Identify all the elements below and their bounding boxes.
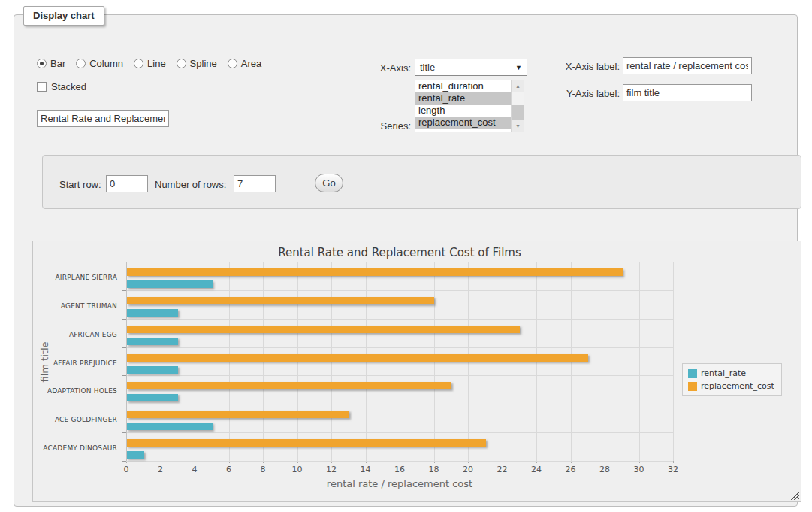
- legend-label: replacement_cost: [701, 381, 774, 391]
- radio-icon[interactable]: [37, 59, 47, 68]
- x-tick-label: 10: [282, 465, 312, 474]
- series-scrollbar[interactable]: ▲ ▼: [511, 80, 524, 132]
- legend-swatch: [688, 369, 697, 378]
- radio-label: Column: [89, 58, 123, 69]
- chart-y-axis-title: film title: [39, 329, 50, 396]
- scroll-down-icon[interactable]: ▼: [512, 120, 524, 132]
- category-label: ACADEMY DINOSAUR: [33, 444, 117, 452]
- gridline-h: [126, 347, 673, 348]
- chart-x-axis-title: rental rate / replacement cost: [126, 478, 673, 489]
- radio-column[interactable]: Column: [76, 58, 123, 69]
- x-tick-label: 20: [453, 465, 483, 474]
- x-axis-select-label: X-Axis:: [337, 62, 411, 74]
- chart-type-radios: BarColumnLineSplineArea: [37, 58, 261, 69]
- plot-area: [126, 262, 673, 461]
- y-axis-tick: [122, 461, 126, 462]
- x-tick-label: 0: [111, 465, 141, 474]
- radio-area[interactable]: Area: [228, 58, 261, 69]
- gridline-h: [126, 375, 673, 376]
- bar-rental_rate: [127, 451, 144, 459]
- bar-replacement_cost: [127, 268, 623, 276]
- x-tick-label: 28: [590, 465, 620, 474]
- display-chart-fieldset: Display chart BarColumnLineSplineArea St…: [14, 14, 798, 507]
- series-options: rental_durationrental_ratelengthreplacem…: [415, 80, 524, 129]
- bar-replacement_cost: [127, 297, 434, 304]
- bar-rental_rate: [127, 423, 213, 430]
- chart-title-input[interactable]: [37, 110, 169, 127]
- radio-bar[interactable]: Bar: [37, 58, 65, 69]
- scrollbar-thumb[interactable]: [512, 105, 524, 120]
- gridline-h: [126, 262, 673, 262]
- bar-replacement_cost: [127, 382, 451, 389]
- series-select-label: Series:: [337, 120, 411, 132]
- x-tick-label: 18: [419, 465, 449, 474]
- chart-x-tick-labels: 02468101214161820222426283032: [126, 465, 673, 475]
- start-row-input[interactable]: [106, 175, 148, 192]
- gridline-h: [126, 432, 673, 433]
- gridline-h: [126, 461, 673, 462]
- x-tick-label: 22: [488, 465, 518, 474]
- x-tick-label: 32: [658, 465, 688, 474]
- radio-icon[interactable]: [76, 59, 86, 68]
- x-tick-label: 16: [385, 465, 415, 474]
- chart-legend: rental_ratereplacement_cost: [682, 363, 782, 396]
- stacked-label: Stacked: [51, 81, 86, 92]
- bar-replacement_cost: [127, 439, 486, 447]
- radio-label: Bar: [50, 58, 65, 69]
- x-axis-label-input[interactable]: [623, 57, 752, 74]
- start-row-label: Start row:: [59, 179, 106, 190]
- num-rows-input[interactable]: [234, 175, 276, 192]
- x-tick-label: 30: [624, 465, 654, 474]
- chart-container: Rental Rate and Replacement Cost of Film…: [32, 241, 801, 502]
- y-axis-label-input[interactable]: [623, 84, 752, 101]
- dropdown-arrow-icon: ▼: [515, 64, 522, 71]
- bar-rental_rate: [127, 394, 178, 401]
- x-tick-label: 2: [146, 465, 176, 474]
- bar-rental_rate: [127, 280, 213, 288]
- stacked-checkbox[interactable]: [37, 82, 47, 92]
- x-axis-select[interactable]: title ▼: [415, 59, 527, 76]
- gridline-h: [126, 290, 673, 291]
- resize-handle-icon[interactable]: [790, 491, 799, 500]
- radio-line[interactable]: Line: [134, 58, 166, 69]
- series-option-rental_rate[interactable]: rental_rate: [415, 92, 512, 105]
- series-option-rental_duration[interactable]: rental_duration: [415, 80, 512, 92]
- gridline-v: [639, 262, 640, 461]
- x-tick-label: 26: [556, 465, 586, 474]
- x-tick-label: 24: [521, 465, 551, 474]
- bar-replacement_cost: [127, 354, 588, 362]
- legend-item-rental_rate[interactable]: rental_rate: [688, 368, 774, 378]
- x-tick-label: 12: [316, 465, 346, 474]
- stacked-checkbox-row[interactable]: Stacked: [37, 81, 86, 92]
- gridline-v: [605, 262, 605, 461]
- bar-rental_rate: [127, 309, 178, 317]
- legend-label: rental_rate: [701, 368, 746, 378]
- y-axis-label-label: Y-Axis label:: [540, 88, 620, 99]
- gridline-h: [126, 319, 673, 320]
- chart-title: Rental Rate and Replacement Cost of Film…: [126, 246, 673, 259]
- radio-icon[interactable]: [177, 59, 186, 68]
- x-axis-label-label: X-Axis label:: [540, 61, 620, 72]
- category-label: AGENT TRUMAN: [33, 302, 117, 310]
- gridline-v: [673, 262, 674, 461]
- series-option-replacement_cost[interactable]: replacement_cost: [415, 117, 512, 129]
- radio-icon[interactable]: [134, 59, 143, 68]
- category-label: ACE GOLDFINGER: [33, 416, 117, 423]
- x-tick-label: 14: [351, 465, 381, 474]
- gridline-h: [126, 404, 673, 404]
- legend-swatch: [688, 382, 697, 391]
- go-button[interactable]: Go: [315, 174, 343, 192]
- radio-spline[interactable]: Spline: [177, 58, 217, 69]
- x-tick-label: 6: [214, 465, 244, 474]
- legend-item-replacement_cost[interactable]: replacement_cost: [688, 381, 774, 391]
- bar-rental_rate: [127, 366, 178, 374]
- x-tick-label: 8: [248, 465, 278, 474]
- radio-label: Line: [147, 58, 166, 69]
- x-axis-select-value: title: [420, 62, 515, 73]
- radio-label: Spline: [190, 58, 217, 69]
- scroll-up-icon[interactable]: ▲: [512, 80, 524, 92]
- series-option-length[interactable]: length: [415, 105, 512, 117]
- category-label: AIRPLANE SIERRA: [33, 274, 117, 281]
- radio-icon[interactable]: [228, 59, 237, 68]
- series-listbox[interactable]: rental_durationrental_ratelengthreplacem…: [415, 80, 524, 132]
